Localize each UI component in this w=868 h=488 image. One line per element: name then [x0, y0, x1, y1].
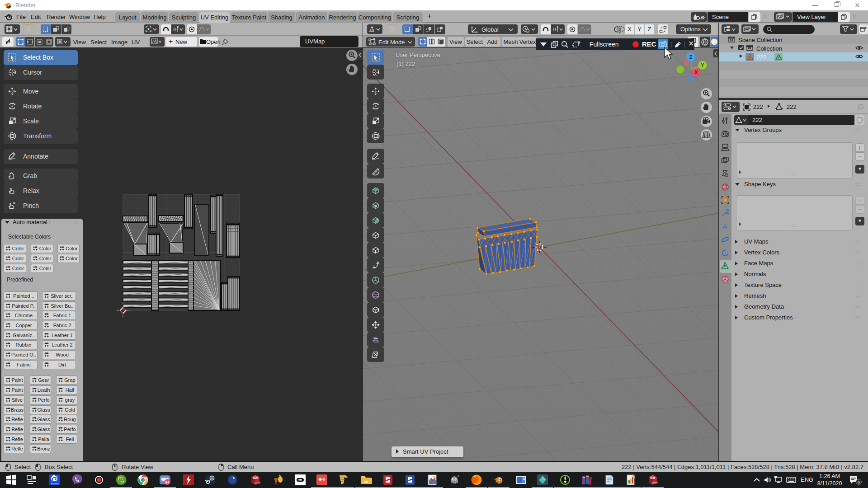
- svg-text:2019: 2019: [254, 481, 260, 484]
- svg-text:X: X: [694, 70, 698, 75]
- svg-text:17: 17: [121, 481, 124, 483]
- svg-text:Z: Z: [689, 54, 693, 60]
- svg-text:9+: 9+: [165, 480, 169, 484]
- svg-text:SW: SW: [253, 476, 258, 479]
- svg-text:2019: 2019: [651, 481, 658, 484]
- svg-text:Y: Y: [701, 62, 704, 68]
- svg-text:19: 19: [119, 478, 122, 480]
- svg-text:SW: SW: [650, 476, 656, 479]
- svg-text:trocen: trocen: [51, 482, 59, 485]
